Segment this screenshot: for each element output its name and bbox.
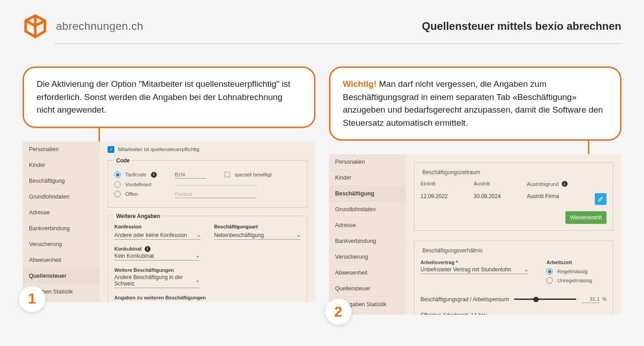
zeitraum-headers: Eintritt Austritt Austrittsgrund i	[421, 181, 607, 187]
info-icon[interactable]: i	[151, 172, 157, 178]
page-title: Quellensteuer mittels bexio abrechnen	[422, 20, 621, 33]
sidenav-item[interactable]: Kinder	[329, 170, 406, 186]
qst-checkbox-row[interactable]: ✓ Mitarbeiter ist quellensteuerpflichtig	[108, 146, 307, 153]
angaben-select[interactable]: Unbekannt ⌄	[114, 301, 200, 302]
checkbox-checked-icon[interactable]: ✓	[108, 146, 114, 153]
sidenav-item[interactable]: Grundlohndaten	[329, 202, 406, 218]
radio-regelmaessig[interactable]: Regelmässig	[546, 268, 606, 275]
chevron-down-icon: ⌄	[524, 267, 528, 273]
radio-selected-icon[interactable]	[114, 171, 121, 178]
weitere-besch-label: Weitere Beschäftigungen	[114, 267, 174, 273]
verh-group: Beschäftigungsverhältnis Arbeitsvertrag …	[414, 241, 614, 315]
select-value: Kein Konkubinat	[114, 253, 154, 259]
chevron-down-icon: ⌄	[196, 277, 200, 283]
page-header: abrechnungen.ch Quellensteuer mittels be…	[0, 0, 644, 43]
grad-unit: %	[602, 297, 606, 302]
sidenav-item[interactable]: Abwesenheit	[329, 265, 406, 281]
beschart-label: Beschäftigungsart	[214, 224, 301, 229]
sidenav-item[interactable]: Bankverbindung	[329, 233, 406, 249]
callout-1-text: Die Aktivierung der Option "Mitarbeiter …	[37, 79, 291, 114]
konfession-select[interactable]: Andere oder keine Konfession ⌄	[114, 231, 201, 240]
radio-offen[interactable]: Offen Freitext	[114, 190, 301, 198]
select-value: Andere oder keine Konfession	[114, 232, 187, 238]
step-number-2: 2	[325, 299, 352, 325]
radio-label: Tarifcode	[125, 172, 146, 177]
grad-value[interactable]: 31.1	[582, 295, 600, 303]
konkubinat-select[interactable]: Kein Konkubinat ⌄	[114, 252, 200, 261]
step-1: Die Aktivierung der Option "Mitarbeiter …	[23, 66, 315, 302]
val-austrittsgrund: Austritt Firma	[527, 193, 580, 205]
select-value: Andere Beschäftigung in der Schweiz	[114, 274, 196, 287]
vertrag-select[interactable]: Unbefristeter Vertrag mit Stundenlohn ⌄	[421, 265, 529, 274]
sidenav-2: Personalien Kinder Beschäftigung Grundlo…	[329, 154, 406, 315]
konfession-label: Konfession	[114, 224, 201, 229]
radio-tarifcode[interactable]: Tarifcode i B1N speziell bewilligt	[114, 171, 301, 179]
content-row: Die Aktivierung der Option "Mitarbeiter …	[0, 44, 644, 315]
radio-label: Offen	[125, 191, 138, 197]
val-austritt: 30.06.2024	[474, 193, 527, 205]
sidenav-item[interactable]: Versicherung	[23, 237, 99, 252]
step-2: Wichtig! Man darf nicht vergessen, die A…	[329, 66, 622, 315]
sidenav-item-active[interactable]: Quellensteuer	[23, 268, 99, 284]
chevron-down-icon: ⌄	[196, 253, 200, 259]
select-value: Unbekannt	[114, 302, 141, 302]
speziell-checkbox[interactable]	[225, 172, 230, 177]
select-value: Nebenbeschäftigung	[214, 232, 264, 238]
speziell-label: speziell bewilligt	[235, 172, 272, 177]
sidenav-item[interactable]: Quellensteuer	[329, 281, 406, 297]
col-eintritt: Eintritt	[421, 181, 474, 187]
sidenav-item[interactable]: Abwesenheit	[23, 252, 99, 268]
sidenav-item[interactable]: Grundlohndaten	[23, 189, 99, 205]
vordef-input[interactable]	[176, 183, 257, 185]
sidenav-item[interactable]: Versicherung	[329, 249, 406, 265]
chevron-down-icon: ⌄	[296, 232, 301, 238]
col-austritt: Austritt	[474, 181, 527, 187]
col-austrittsgrund: Austrittsgrund	[527, 181, 559, 187]
weitere-besch-select[interactable]: Andere Beschäftigung in der Schweiz ⌄	[114, 273, 200, 288]
sidenav-item[interactable]: Kinder	[23, 157, 99, 173]
sidenav-1: Personalien Kinder Beschäftigung Grundlo…	[23, 142, 99, 302]
sidenav-item[interactable]: Bankverbindung	[23, 221, 99, 237]
konkubinat-label: Konkubinat	[114, 246, 142, 251]
info-icon[interactable]: i	[145, 246, 150, 252]
radio-vordefiniert[interactable]: Vordefiniert	[114, 181, 301, 188]
weitere-legend: Weitere Angaben	[114, 213, 162, 219]
checkbox-label: Mitarbeiter ist quellensteuerpflichtig	[118, 147, 199, 152]
panel-1: ✓ Mitarbeiter ist quellensteuerpflichtig…	[99, 142, 315, 302]
grad-slider[interactable]	[514, 299, 576, 300]
radio-icon[interactable]	[546, 277, 553, 284]
callout-1: Die Aktivierung der Option "Mitarbeiter …	[23, 66, 315, 128]
sidenav-item[interactable]: Beschäftigung	[23, 173, 99, 189]
radio-icon[interactable]	[114, 191, 121, 197]
brand-block: abrechnungen.ch	[23, 14, 143, 39]
radio-selected-icon[interactable]	[546, 268, 553, 275]
sidenav-item[interactable]: Personalien	[23, 142, 99, 157]
panel-2: Beschäftigungszeitraum Eintritt Austritt…	[406, 154, 622, 315]
slider-thumb-icon[interactable]	[533, 297, 539, 302]
callout-2-text: Man darf nicht vergessen, die Angaben zu…	[343, 79, 603, 128]
sidenav-item[interactable]: Adresse	[329, 218, 406, 233]
info-icon[interactable]: i	[562, 181, 568, 187]
code-legend: Code	[114, 157, 132, 164]
wiedereintritt-button[interactable]: Wiedereintritt	[565, 211, 606, 224]
edit-button[interactable]	[595, 193, 606, 205]
tarifcode-input[interactable]: B1N	[175, 171, 207, 179]
val-eintritt: 12.09.2022	[421, 193, 474, 205]
radio-icon[interactable]	[114, 181, 121, 188]
grad-label: Beschäftigungsgrad / Arbeitspensum	[421, 296, 509, 303]
verh-legend: Beschäftigungsverhältnis	[421, 247, 484, 254]
arbeitszeit-label: Arbeitszeit	[546, 260, 572, 265]
sidenav-item[interactable]: Personalien	[329, 154, 406, 170]
cube-logo-icon	[23, 14, 48, 39]
step-number-1: 1	[19, 286, 45, 312]
sidenav-item-active[interactable]: Beschäftigung	[329, 186, 406, 202]
freitext-input[interactable]: Freitext	[175, 190, 256, 198]
radio-label: Regelmässig	[557, 269, 587, 274]
screenshot-2: Personalien Kinder Beschäftigung Grundlo…	[329, 154, 622, 315]
beschart-select[interactable]: Nebenbeschäftigung ⌄	[214, 231, 301, 240]
sidenav-item[interactable]: Adresse	[23, 205, 99, 221]
select-value: Unbefristeter Vertrag mit Stundenlohn	[421, 266, 512, 273]
brand-name: abrechnungen.ch	[56, 20, 143, 33]
zeitraum-legend: Beschäftigungszeitraum	[421, 169, 482, 175]
radio-unregelmaessig[interactable]: Unregelmässig	[546, 277, 606, 284]
